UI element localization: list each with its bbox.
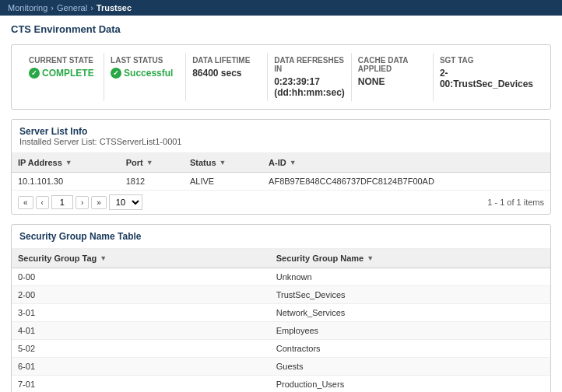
sgt-tag: 5-02: [12, 340, 270, 358]
monitoring-link[interactable]: Monitoring: [8, 3, 47, 12]
check-icon-state: ✓: [29, 68, 40, 79]
sgt-table-row: 0-00 Unknown: [12, 268, 550, 286]
env-label-sgt: SGT TAG: [440, 56, 533, 65]
env-col-cache: CACHE DATA APPLIED NONE: [352, 53, 434, 101]
state-text: COMPLETE: [42, 68, 94, 79]
server-port: 1812: [120, 173, 184, 191]
server-list-title: Server List Info: [19, 126, 543, 137]
env-data-box: CURRENT STATE ✓ COMPLETE LAST STATUS ✓ S…: [11, 44, 551, 110]
env-label-cache: CACHE DATA APPLIED: [358, 56, 427, 73]
env-label-status: LAST STATUS: [111, 56, 179, 65]
env-section-title: CTS Environment Data: [11, 23, 551, 38]
server-page-info: 1 - 1 of 1 items: [487, 198, 544, 207]
env-label-state: CURRENT STATE: [29, 56, 97, 65]
sgt-header: Security Group Name Table: [12, 225, 550, 249]
env-col-status: LAST STATUS ✓ Successful: [104, 53, 186, 101]
th-sgt-name: Security Group Name ▼: [270, 249, 550, 268]
server-list-table: IP Address ▼ Port ▼ Status ▼: [12, 153, 550, 191]
env-value-state: ✓ COMPLETE: [29, 68, 97, 79]
sgt-name: Employees: [270, 322, 550, 340]
sgt-table-row: 4-01 Employees: [12, 322, 550, 340]
server-prev-btn[interactable]: ‹: [36, 196, 49, 209]
env-value-sgt: 2-00:TrustSec_Devices: [440, 68, 533, 89]
server-list-header: Server List Info Installed Server List: …: [12, 120, 550, 153]
server-pagination: « ‹ › » 10 25 50 1 - 1 of 1 items: [12, 191, 550, 214]
sgt-section: Security Group Name Table Security Group…: [11, 224, 551, 392]
sgt-table-row: 2-00 TrustSec_Devices: [12, 286, 550, 304]
th-aid: A-ID ▼: [262, 153, 550, 173]
env-col-refresh: DATA REFRESHES IN 0:23:39:17 (dd:hh:mm:s…: [268, 53, 352, 101]
filter-aid-icon[interactable]: ▼: [290, 159, 297, 166]
filter-sgt-name-icon[interactable]: ▼: [367, 254, 374, 262]
th-status: Status ▼: [184, 153, 262, 173]
sgt-table-row: 7-01 Production_Users: [12, 376, 550, 393]
env-col-sgt: SGT TAG 2-00:TrustSec_Devices: [434, 53, 539, 101]
filter-sgt-tag-icon[interactable]: ▼: [100, 254, 107, 262]
th-ip: IP Address ▼: [12, 153, 120, 173]
sgt-name: Production_Users: [270, 376, 550, 393]
server-aid: AF8B97E848CC486737DFC8124B7F00AD: [262, 173, 550, 191]
chevron1: ›: [51, 3, 54, 12]
sgt-name: Network_Services: [270, 304, 550, 322]
server-list-subtitle: Installed Server List: CTSServerList1-00…: [19, 137, 543, 146]
sgt-tag: 0-00: [12, 268, 270, 286]
env-value-lifetime: 86400 secs: [192, 68, 261, 79]
th-sgt-tag: Security Group Tag ▼: [12, 249, 270, 268]
sgt-name: Unknown: [270, 268, 550, 286]
sgt-name: TrustSec_Devices: [270, 286, 550, 304]
env-label-lifetime: DATA LIFETIME: [192, 56, 261, 65]
server-next-btn[interactable]: ›: [76, 196, 89, 209]
general-link[interactable]: General: [57, 3, 87, 12]
sgt-name: Guests: [270, 358, 550, 376]
env-value-status: ✓ Successful: [111, 68, 179, 79]
th-port: Port ▼: [120, 153, 184, 173]
server-first-btn[interactable]: «: [18, 196, 33, 209]
sgt-title: Security Group Name Table: [19, 231, 543, 242]
check-icon-status: ✓: [111, 68, 121, 79]
server-page-input[interactable]: [51, 195, 73, 209]
sgt-tag: 6-01: [12, 358, 270, 376]
filter-port-icon[interactable]: ▼: [146, 159, 153, 166]
env-label-refresh: DATA REFRESHES IN: [274, 56, 345, 73]
sgt-tag: 7-01: [12, 376, 270, 393]
sgt-table-row: 3-01 Network_Services: [12, 304, 550, 322]
chevron2: ›: [90, 3, 93, 12]
server-list-box: Server List Info Installed Server List: …: [11, 119, 551, 215]
server-last-btn[interactable]: »: [91, 196, 107, 209]
active-page: Trustsec: [97, 3, 132, 12]
server-page-controls: « ‹ › » 10 25 50: [18, 194, 142, 210]
filter-ip-icon[interactable]: ▼: [65, 159, 72, 166]
sgt-table: Security Group Tag ▼ Security Group Name…: [12, 249, 550, 392]
env-data-grid: CURRENT STATE ✓ COMPLETE LAST STATUS ✓ S…: [23, 53, 539, 101]
server-ip: 10.1.101.30: [12, 173, 120, 191]
env-col-lifetime: DATA LIFETIME 86400 secs: [186, 53, 268, 101]
env-value-refresh: 0:23:39:17 (dd:hh:mm:sec): [274, 76, 345, 98]
sgt-table-row: 5-02 Contractors: [12, 340, 550, 358]
sgt-tag: 4-01: [12, 322, 270, 340]
sgt-tag: 2-00: [12, 286, 270, 304]
server-status: ALIVE: [184, 173, 262, 191]
env-col-state: CURRENT STATE ✓ COMPLETE: [23, 53, 104, 101]
status-text: Successful: [124, 68, 173, 79]
server-table-row: 10.1.101.30 1812 ALIVE AF8B97E848CC48673…: [12, 173, 550, 191]
breadcrumb: Monitoring › General › Trustsec: [0, 0, 562, 16]
server-per-page[interactable]: 10 25 50: [109, 194, 142, 210]
env-value-cache: NONE: [358, 76, 427, 87]
sgt-tag: 3-01: [12, 304, 270, 322]
sgt-table-row: 6-01 Guests: [12, 358, 550, 376]
filter-status-icon[interactable]: ▼: [220, 159, 227, 166]
sgt-name: Contractors: [270, 340, 550, 358]
